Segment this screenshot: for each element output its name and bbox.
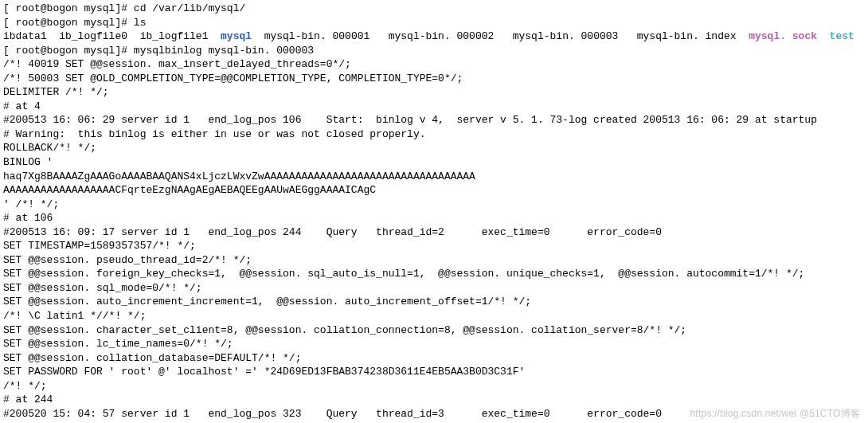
output-line: # at 244 <box>3 393 865 407</box>
output-line: # Warning: this binlog is either in use … <box>3 127 865 142</box>
output-line: SET @@session. foreign_key_checks=1, @@s… <box>3 267 865 281</box>
ls-dir-test: test <box>830 30 854 42</box>
output-line: SET TIMESTAMP=1589357357/*! */; <box>3 239 865 253</box>
shell-prompt: [ root@bogon mysql]# <box>3 17 134 29</box>
output-line: DELIMITER /*! */; <box>3 85 865 100</box>
command-text: cd /var/lib/mysql/ <box>134 2 245 14</box>
output-line: #200513 16: 09: 17 server id 1 end_log_p… <box>3 225 865 240</box>
output-line: ' /*! */; <box>3 198 865 212</box>
shell-prompt: [ root@bogon mysql]# <box>3 2 134 14</box>
ls-socket-mysql-sock: mysql. sock <box>749 30 817 42</box>
command-text: ls <box>134 17 147 29</box>
output-line: /*! */; <box>3 379 865 394</box>
terminal-line: [ root@bogon mysql]# ls <box>3 16 865 30</box>
output-line: SET @@session. pseudo_thread_id=2/*! */; <box>3 253 865 268</box>
output-line: # at 4 <box>3 100 865 114</box>
output-line: /*! 40019 SET @@session. max_insert_dela… <box>3 57 865 72</box>
output-line: SET @@session. auto_increment_increment=… <box>3 295 865 309</box>
ls-plain: mysql-bin. 000001 mysql-bin. 000002 mysq… <box>252 30 749 42</box>
output-line: SET @@session. collation_database=DEFAUL… <box>3 351 865 366</box>
output-line: ROLLBACK/*! */; <box>3 141 865 155</box>
output-line: BINLOG ' <box>3 155 865 170</box>
watermark-text: https://blog.csdn.net/wei @51CTO博客 <box>690 407 860 420</box>
output-line: SET @@session. lc_time_names=0/*! */; <box>3 337 865 351</box>
output-line: #200513 16: 06: 29 server id 1 end_log_p… <box>3 113 865 127</box>
output-line: haq7Xg8BAAAAZgAAAGoAAAABAAQANS4xLjczLWxv… <box>3 170 865 184</box>
terminal-line: [ root@bogon mysql]# mysqlbinlog mysql-b… <box>3 44 865 58</box>
output-line: SET @@session. sql_mode=0/*! */; <box>3 281 865 296</box>
output-line: # at 106 <box>3 211 865 225</box>
ls-plain: ibdata1 ib_logfile0 ib_logfile1 <box>3 30 221 42</box>
command-text: mysqlbinlog mysql-bin. 000003 <box>134 45 314 57</box>
ls-dir-mysql: mysql <box>221 30 252 42</box>
terminal-line: [ root@bogon mysql]# cd /var/lib/mysql/ <box>3 2 865 16</box>
output-line: /*! \C latin1 *//*! */; <box>3 309 865 323</box>
ls-plain <box>817 30 830 42</box>
output-line: /*! 50003 SET @OLD_COMPLETION_TYPE=@@COM… <box>3 72 865 86</box>
output-line: SET @@session. character_set_client=8, @… <box>3 323 865 338</box>
output-line: SET PASSWORD FOR ' root' @' localhost' =… <box>3 365 865 379</box>
output-line: AAAAAAAAAAAAAAAAAACFqrteEzgNAAgAEgAEBAQE… <box>3 183 865 198</box>
shell-prompt: [ root@bogon mysql]# <box>3 45 134 57</box>
ls-output-line: ibdata1 ib_logfile0 ib_logfile1 mysql my… <box>3 29 865 44</box>
